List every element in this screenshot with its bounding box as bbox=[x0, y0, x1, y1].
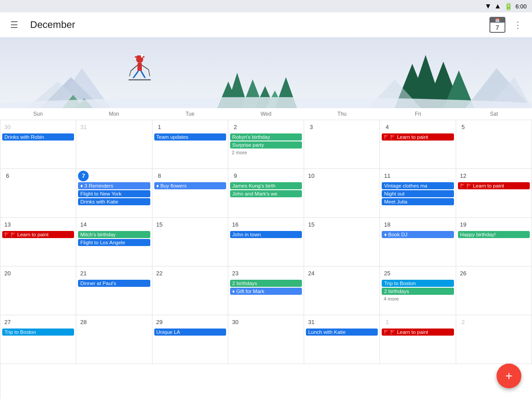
cal-cell[interactable]: 20 bbox=[0, 266, 76, 315]
app-header: ☰ December 📅 7 ⋮ bbox=[0, 12, 532, 37]
cal-cell[interactable]: 27Trip to Boston bbox=[0, 315, 76, 364]
cell-date: 2 bbox=[458, 317, 469, 328]
cal-cell[interactable]: 22 bbox=[153, 266, 228, 315]
cell-date: 23 bbox=[230, 268, 241, 279]
cal-cell[interactable]: 25Trip to Boston2 birthdays4 more bbox=[380, 266, 456, 315]
cal-cell[interactable]: 11Vintage clothes maNight outMeet Julia bbox=[380, 169, 456, 218]
calendar-event[interactable]: 🚩Learn to paint bbox=[2, 231, 74, 238]
svg-line-26 bbox=[142, 65, 149, 70]
cell-date: 2 bbox=[230, 122, 241, 133]
calendar-event[interactable]: Trip to Boston bbox=[2, 329, 74, 336]
cell-date: 1 bbox=[382, 317, 392, 328]
cal-cell[interactable]: 3 bbox=[304, 120, 380, 169]
cell-date: 13 bbox=[2, 219, 13, 230]
more-events-link[interactable]: 2 more bbox=[230, 149, 302, 156]
cal-cell[interactable]: 13🚩Learn to paint bbox=[0, 218, 76, 266]
calendar-event[interactable]: 2 birthdays bbox=[230, 280, 302, 287]
cal-cell[interactable]: 4🚩Learn to paint bbox=[380, 120, 456, 169]
cal-cell[interactable]: 26 bbox=[456, 266, 532, 315]
cal-cell[interactable]: 15 bbox=[304, 218, 380, 266]
cell-date: 31 bbox=[306, 317, 317, 328]
calendar-event[interactable]: Happy birthday! bbox=[458, 231, 530, 238]
calendar-event[interactable]: ♦ Gift for Mark bbox=[230, 288, 302, 295]
calendar-event[interactable]: Team updates bbox=[154, 133, 226, 141]
cal-cell[interactable]: 6 bbox=[0, 169, 76, 218]
signal-icon: ▲ bbox=[494, 2, 501, 10]
cell-date: 27 bbox=[2, 317, 13, 328]
cal-cell[interactable]: 30 bbox=[228, 315, 304, 364]
calendar-event[interactable]: 🚩Learn to paint bbox=[382, 133, 454, 141]
cell-date: 1 bbox=[154, 122, 165, 133]
calendar-event[interactable]: Drinks with Robin bbox=[2, 133, 74, 141]
cal-cell[interactable]: 10 bbox=[304, 169, 380, 218]
calendar-event[interactable]: 🚩Learn to paint bbox=[458, 182, 530, 189]
cal-cell[interactable]: 18♦ Book DJ bbox=[380, 218, 456, 266]
menu-button[interactable]: ☰ bbox=[5, 16, 23, 34]
header-illustration bbox=[0, 37, 532, 108]
calendar-event[interactable]: Dinner at Paul's bbox=[78, 280, 150, 287]
cal-cell[interactable]: 28 bbox=[76, 315, 152, 364]
calendar-event[interactable]: ♦ Book DJ bbox=[382, 231, 454, 238]
more-events-link[interactable]: 4 more bbox=[382, 296, 454, 302]
calendar-event[interactable]: ♦ 3 Reminders bbox=[78, 182, 150, 189]
calendar: SunMonTueWedThuFriSat 30Drinks with Robi… bbox=[0, 108, 532, 399]
cell-date: 15 bbox=[154, 219, 165, 230]
calendar-event[interactable]: John and Mark's we bbox=[230, 190, 302, 197]
cell-date: 4 bbox=[382, 122, 392, 133]
header-actions: 📅 7 ⋮ bbox=[489, 16, 527, 34]
cal-cell[interactable]: 31Lunch with Katie bbox=[304, 315, 380, 364]
calendar-event[interactable]: Vintage clothes ma bbox=[382, 182, 454, 189]
calendar-event[interactable]: ♦ Buy flowers bbox=[154, 182, 226, 189]
cell-date: 21 bbox=[78, 268, 89, 279]
calendar-event[interactable]: Flight to Los Angele bbox=[78, 239, 150, 246]
more-options-button[interactable]: ⋮ bbox=[509, 16, 527, 34]
cell-date: 31 bbox=[78, 122, 89, 133]
battery-icon: 🔋 bbox=[504, 2, 513, 11]
wifi-icon: ▼ bbox=[485, 2, 492, 10]
calendar-event[interactable]: Trip to Boston bbox=[382, 280, 454, 287]
calendar-event[interactable]: James Kung's birth bbox=[230, 182, 302, 189]
calendar-event[interactable]: Meet Julia bbox=[382, 198, 454, 205]
cal-cell[interactable]: 15 bbox=[153, 218, 228, 266]
cal-cell[interactable]: 19Happy birthday! bbox=[456, 218, 532, 266]
cal-cell[interactable]: 232 birthdays♦ Gift for Mark bbox=[228, 266, 304, 315]
calendar-event[interactable]: Lunch with Katie bbox=[306, 329, 378, 336]
cal-cell[interactable]: 7♦ 3 RemindersFlight to New YorkDrinks w… bbox=[76, 169, 152, 218]
cal-cell[interactable]: 16John in town bbox=[228, 218, 304, 266]
add-event-button[interactable]: + bbox=[497, 364, 521, 388]
calendar-event[interactable]: 2 birthdays bbox=[382, 288, 454, 295]
svg-rect-23 bbox=[137, 63, 142, 71]
cal-cell[interactable]: 1🚩Learn to paint bbox=[380, 315, 456, 364]
day-header-thu: Thu bbox=[304, 108, 380, 120]
cell-date: 12 bbox=[458, 171, 469, 181]
calendar-event[interactable]: 🚩Learn to paint bbox=[382, 329, 454, 336]
cell-date: 19 bbox=[458, 219, 469, 230]
cal-cell[interactable]: 5 bbox=[456, 120, 532, 169]
cal-cell[interactable]: 21Dinner at Paul's bbox=[76, 266, 152, 315]
cell-date: 25 bbox=[382, 268, 392, 279]
calendar-event[interactable]: Drinks with Katie bbox=[78, 198, 150, 205]
calendar-event[interactable]: Unique LA bbox=[154, 329, 226, 336]
cal-cell[interactable]: 2 bbox=[456, 315, 532, 364]
cell-date: 8 bbox=[154, 171, 165, 181]
calendar-event[interactable]: John in town bbox=[230, 231, 302, 238]
today-button[interactable]: 📅 7 bbox=[489, 17, 505, 33]
cal-cell[interactable]: 29Unique LA bbox=[153, 315, 228, 364]
cell-date: 18 bbox=[382, 219, 392, 230]
calendar-event[interactable]: Surprise party bbox=[230, 141, 302, 149]
cal-cell[interactable]: 14Mitch's birthdayFlight to Los Angele bbox=[76, 218, 152, 266]
cal-cell[interactable]: 24 bbox=[304, 266, 380, 315]
calendar-event[interactable]: Robyn's birthday bbox=[230, 133, 302, 141]
cal-cell[interactable]: 1Team updates bbox=[153, 120, 228, 169]
cal-cell[interactable]: 30Drinks with Robin bbox=[0, 120, 76, 169]
cell-date: 16 bbox=[230, 219, 241, 230]
calendar-event[interactable]: Night out bbox=[382, 190, 454, 197]
cal-cell[interactable]: 9James Kung's birthJohn and Mark's we bbox=[228, 169, 304, 218]
cal-cell[interactable]: 8♦ Buy flowers bbox=[153, 169, 228, 218]
cal-cell[interactable]: 12🚩Learn to paint bbox=[456, 169, 532, 218]
calendar-event[interactable]: Mitch's birthday bbox=[78, 231, 150, 238]
cal-cell[interactable]: 31 bbox=[76, 120, 152, 169]
calendar-event[interactable]: Flight to New York bbox=[78, 190, 150, 197]
cal-cell[interactable]: 2Robyn's birthdaySurprise party2 more bbox=[228, 120, 304, 169]
svg-line-28 bbox=[133, 71, 138, 78]
